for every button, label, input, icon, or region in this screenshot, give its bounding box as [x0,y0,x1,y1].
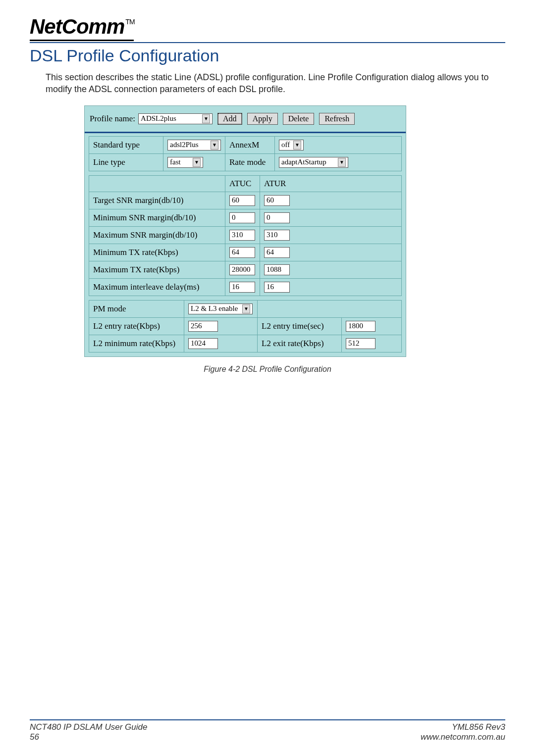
delete-button[interactable]: Delete [283,113,315,125]
annexm-label: AnnexM [225,137,275,153]
l2-min-rate-label: L2 minimum rate(Kbps) [89,335,184,352]
snr-atuc-input[interactable] [229,264,255,275]
footer-rev: YML856 Rev3 [421,722,505,732]
atuc-header: ATUC [225,176,260,192]
snr-atur-input[interactable] [264,247,290,258]
snr-atuc-input[interactable] [229,230,255,241]
snr-atur-input[interactable] [264,195,290,206]
chevron-down-icon: ▼ [293,141,301,150]
pm-mode-value: L2 & L3 enable [191,304,238,313]
snr-atuc-input[interactable] [229,282,255,293]
figure-caption: Figure 4-2 DSL Profile Configuration [30,365,505,374]
l2-min-rate-input[interactable] [188,338,218,349]
profile-name-label: Profile name: [90,114,135,124]
footer-guide: NCT480 IP DSLAM User Guide [30,722,147,732]
annexm-value: off [281,141,290,149]
upper-grid: Standard type adsl2Plus ▼ AnnexM off ▼ L… [89,136,402,171]
snr-row-label: Maximum TX rate(Kbps) [89,261,225,278]
snr-row: Target SNR margin(db/10) [89,192,401,209]
standard-type-select[interactable]: adsl2Plus ▼ [167,140,221,151]
chevron-down-icon: ▼ [242,304,250,313]
snr-row-label: Maximum interleave delay(ms) [89,279,225,296]
logo-text: NetComm [30,15,124,38]
snr-atuc-input[interactable] [229,212,255,223]
snr-row-label: Target SNR margin(db/10) [89,192,225,209]
snr-atuc-input[interactable] [229,195,255,206]
snr-empty-header [89,176,225,192]
divider-top [30,42,505,43]
snr-atur-input[interactable] [264,230,290,241]
snr-atur-input[interactable] [264,212,290,223]
snr-atur-input[interactable] [264,264,290,275]
profile-name-value: ADSL2plus [141,114,176,123]
rate-mode-label: Rate mode [225,154,275,171]
footer-page: 56 [30,732,147,742]
snr-row-label: Minimum SNR margin(db/10) [89,209,225,226]
atur-header: ATUR [260,176,401,192]
chevron-down-icon: ▼ [211,141,218,150]
rate-mode-select[interactable]: adaptAtStartup ▼ [279,157,348,168]
pm-grid: PM mode L2 & L3 enable ▼ L2 entry rate(K… [89,300,402,353]
snr-grid: ATUC ATUR Target SNR margin(db/10)Minimu… [89,175,402,296]
logo: NetCommTM [30,15,505,41]
pm-mode-label: PM mode [89,301,184,317]
refresh-button[interactable]: Refresh [319,113,355,125]
snr-atur-input[interactable] [264,282,290,293]
annexm-select[interactable]: off ▼ [279,140,304,151]
snr-row-label: Maximum SNR margin(db/10) [89,227,225,244]
line-type-select[interactable]: fast ▼ [167,157,203,168]
l2-entry-time-label: L2 entry time(sec) [258,318,342,335]
standard-type-label: Standard type [89,137,163,153]
line-type-value: fast [170,158,181,166]
chevron-down-icon: ▼ [193,158,201,167]
snr-row: Maximum TX rate(Kbps) [89,261,401,279]
l2-entry-rate-input[interactable] [188,321,218,332]
chevron-down-icon: ▼ [202,114,210,123]
line-type-label: Line type [89,154,163,171]
snr-row: Minimum SNR margin(db/10) [89,209,401,227]
footer-url: www.netcomm.com.au [421,732,505,742]
page-footer: NCT480 IP DSLAM User Guide 56 YML856 Rev… [30,719,505,742]
add-button[interactable]: Add [217,113,242,125]
dsl-profile-dialog: Profile name: ADSL2plus ▼ Add Apply Dele… [84,105,406,357]
snr-row: Maximum interleave delay(ms) [89,279,401,296]
snr-atuc-input[interactable] [229,247,255,258]
profile-name-select[interactable]: ADSL2plus ▼ [138,113,213,124]
intro-text: This section describes the static Line (… [46,71,505,96]
pm-empty [258,301,401,317]
l2-exit-rate-label: L2 exit rate(Kbps) [258,335,342,352]
l2-exit-rate-input[interactable] [346,338,375,349]
standard-type-value: adsl2Plus [170,141,199,149]
snr-row-label: Minimum TX rate(Kbps) [89,244,225,261]
rate-mode-value: adaptAtStartup [281,158,326,166]
snr-row: Minimum TX rate(Kbps) [89,244,401,261]
chevron-down-icon: ▼ [338,158,346,167]
l2-entry-time-input[interactable] [346,321,375,332]
snr-row: Maximum SNR margin(db/10) [89,227,401,244]
logo-tm: TM [125,18,134,26]
page-title: DSL Profile Configuration [30,46,505,65]
l2-entry-rate-label: L2 entry rate(Kbps) [89,318,184,335]
toolbar-row: Profile name: ADSL2plus ▼ Add Apply Dele… [85,106,406,133]
pm-mode-select[interactable]: L2 & L3 enable ▼ [188,303,253,314]
apply-button[interactable]: Apply [247,113,278,125]
